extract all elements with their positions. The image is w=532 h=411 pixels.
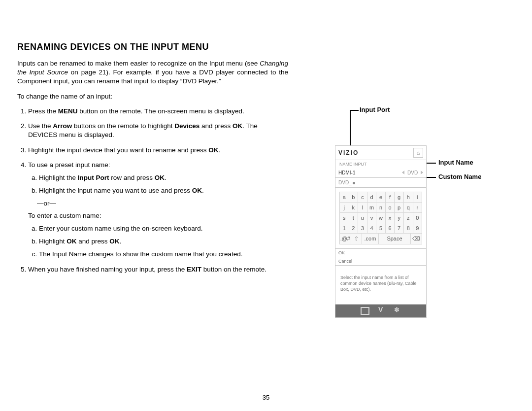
keyboard-key[interactable]: x [386,213,395,223]
intro-paragraph: Inputs can be renamed to make them easie… [17,59,288,86]
input-port-row[interactable]: HDMI-1 DVD [335,168,427,178]
keyboard-key[interactable]: h [404,192,413,203]
keyboard-key[interactable]: v [367,213,377,223]
input-port-value: HDMI-1 [338,170,355,175]
keyboard-key[interactable]: 3 [358,223,367,234]
keyboard-key[interactable]: z [404,213,413,223]
keyboard-key[interactable]: r [413,203,422,213]
keyboard-key[interactable]: 5 [376,223,386,234]
keyboard-key[interactable]: l [358,203,367,213]
text: When you have finished naming your input… [28,266,187,273]
keyboard-key-com[interactable]: .com [362,234,378,244]
step-5: When you have finished naming your input… [28,265,288,274]
ok-label: OK [192,187,202,194]
ok-label: OK [109,238,119,245]
keyboard-key[interactable]: c [358,192,367,203]
keyboard-key[interactable]: k [349,203,359,213]
cancel-button[interactable]: Cancel [335,257,426,266]
step-4-custom-b: Highlight OK and press OK. [39,237,288,246]
keyboard-key[interactable]: b [349,192,359,203]
keyboard-key[interactable]: w [376,213,386,223]
keyboard-key[interactable]: 2 [349,223,359,234]
page-title: RENAMING DEVICES ON THE INPUT MENU [17,42,515,52]
keyboard-key[interactable]: q [404,203,413,213]
hint-text: Select the input name from a list of com… [335,266,427,305]
keyboard-key[interactable]: 4 [367,223,377,234]
text: and press [200,122,233,130]
text: Highlight the input name you want to use… [39,187,192,194]
text: Use the [28,122,53,130]
or-separator: —or— [37,199,288,208]
step-4-preset-list: Highlight the Input Port row and press O… [28,173,288,195]
custom-name-field: DVD_ [338,180,352,185]
custom-name-row[interactable]: DVD_ [335,178,427,188]
callout-input-name: Input Name [438,159,473,166]
steps-list: Press the MENU button on the remote. The… [17,107,288,274]
on-screen-keyboard[interactable]: abcdefghi jklmnopqr stuvwxyz0 123456789 … [339,192,422,244]
text: and press [77,238,110,245]
keyboard-key[interactable]: p [395,203,404,213]
text: . [218,146,220,154]
gear-icon[interactable]: ✽ [394,307,401,313]
wide-icon[interactable] [361,307,369,315]
chevron-right-icon[interactable] [421,171,423,174]
ok-button[interactable]: OK [335,249,426,257]
input-name-value: DVD [407,170,418,175]
custom-lead: To enter a custom name: [28,211,288,220]
step-2: Use the Arrow buttons on the remote to h… [28,122,288,139]
keyboard-key[interactable]: f [386,192,395,203]
keyboard-key[interactable]: a [340,192,349,203]
text: To use a preset input name: [28,161,110,169]
text: buttons on the remote to highlight [72,122,174,130]
text: button on the remote. The on-screen menu… [78,107,244,115]
brand-logo: VIZIO [338,149,359,156]
ok-label: OK [233,122,242,130]
text: Highlight the [39,174,78,181]
exit-label: EXIT [187,266,201,273]
keyboard-key[interactable]: d [367,192,377,203]
keyboard-key-symbols[interactable]: .@# [340,234,351,244]
home-icon[interactable]: ⌂ [413,148,423,158]
keyboard-key[interactable]: 0 [413,213,422,223]
keyboard-key[interactable]: i [413,192,422,203]
v-icon[interactable]: V [378,307,385,313]
cursor-dot-icon [353,182,355,184]
chevron-left-icon[interactable] [402,171,404,174]
text: button on the remote. [201,266,266,273]
keyboard-key-shift[interactable]: ⇧ [351,234,363,244]
text: . [202,187,204,194]
keyboard-key[interactable]: e [376,192,386,203]
keyboard-key[interactable]: t [349,213,359,223]
lead-in: To change the name of an input: [17,92,288,101]
keyboard-key[interactable]: m [367,203,377,213]
keyboard-key[interactable]: j [340,203,349,213]
keyboard-key-backspace[interactable]: ⌫ [411,234,422,244]
keyboard-key[interactable]: 9 [413,223,422,234]
screen-footer: V ✽ [335,305,427,318]
callout-custom-name: Custom Name [438,173,481,180]
text: Press the [28,107,58,115]
keyboard-key[interactable]: n [376,203,386,213]
text: Highlight [39,238,66,245]
keyboard-key[interactable]: 8 [404,223,413,234]
keyboard-key[interactable]: o [386,203,395,213]
input-port-label: Input Port [78,174,109,181]
step-4-custom-a: Enter your custom name using the on-scre… [39,224,288,233]
step-1: Press the MENU button on the remote. The… [28,107,288,116]
ok-label: OK [66,238,76,245]
keyboard-key[interactable]: 1 [340,223,349,234]
keyboard-key[interactable]: 6 [386,223,395,234]
text: Inputs can be renamed to make them easie… [17,60,260,67]
keyboard-key[interactable]: u [358,213,367,223]
keyboard-key[interactable]: s [340,213,349,223]
text: . [120,238,122,245]
keyboard-key[interactable]: g [395,192,404,203]
step-4-custom-c: The Input Name changes to show the custo… [39,250,288,259]
keyboard-key[interactable]: 7 [395,223,404,234]
text: . [165,174,166,181]
keyboard-key-space[interactable]: Space [379,234,411,244]
keyboard-key[interactable]: y [395,213,404,223]
step-4b: Highlight the input name you want to use… [39,186,288,195]
leader-line [350,110,359,111]
text: row and press [109,174,155,181]
